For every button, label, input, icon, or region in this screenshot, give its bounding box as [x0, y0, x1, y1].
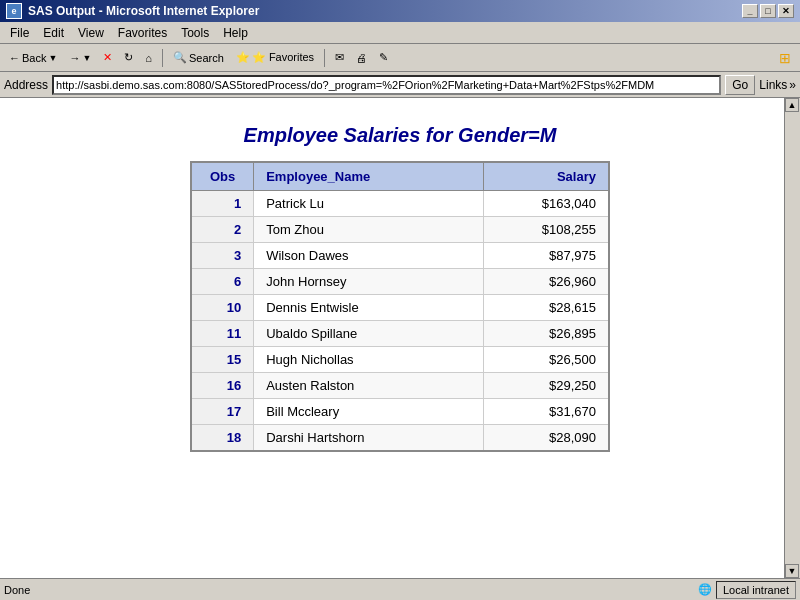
table-row: 1Patrick Lu$163,040 — [191, 191, 609, 217]
search-icon: 🔍 — [173, 51, 187, 64]
separator-2 — [324, 49, 325, 67]
cell-obs: 1 — [191, 191, 254, 217]
cell-salary: $26,960 — [484, 269, 609, 295]
cell-obs: 10 — [191, 295, 254, 321]
home-button[interactable]: ⌂ — [140, 47, 157, 69]
refresh-button[interactable]: ↻ — [119, 47, 138, 69]
menu-bar: File Edit View Favorites Tools Help — [0, 22, 800, 44]
ie-icon: e — [6, 3, 22, 19]
mail-button[interactable]: ✉ — [330, 47, 349, 69]
search-button[interactable]: 🔍 Search — [168, 47, 229, 69]
cell-name: Tom Zhou — [254, 217, 484, 243]
menu-edit[interactable]: Edit — [37, 24, 70, 42]
cell-name: Patrick Lu — [254, 191, 484, 217]
address-input[interactable] — [52, 75, 721, 95]
windows-icon: ⊞ — [779, 50, 791, 66]
maximize-button[interactable]: □ — [760, 4, 776, 18]
cell-obs: 11 — [191, 321, 254, 347]
header-salary: Salary — [484, 162, 609, 191]
cell-salary: $28,615 — [484, 295, 609, 321]
cell-salary: $108,255 — [484, 217, 609, 243]
table-row: 3Wilson Dawes$87,975 — [191, 243, 609, 269]
favorites-button[interactable]: ⭐ ⭐ Favorites — [231, 47, 319, 69]
cell-name: Ubaldo Spillane — [254, 321, 484, 347]
table-row: 18Darshi Hartshorn$28,090 — [191, 425, 609, 452]
scroll-down-button[interactable]: ▼ — [785, 564, 799, 578]
table-row: 10Dennis Entwisle$28,615 — [191, 295, 609, 321]
forward-arrow-icon: → — [69, 52, 80, 64]
cell-salary: $87,975 — [484, 243, 609, 269]
title-bar-left: e SAS Output - Microsoft Internet Explor… — [6, 3, 259, 19]
minimize-button[interactable]: _ — [742, 4, 758, 18]
ie-content: ▲ ▼ Employee Salaries for Gender=M Obs E… — [0, 98, 800, 578]
window-title: SAS Output - Microsoft Internet Explorer — [28, 4, 259, 18]
favorites-star-icon: ⭐ — [236, 51, 250, 64]
edit-button[interactable]: ✎ — [374, 47, 393, 69]
back-arrow-icon: ← — [9, 52, 20, 64]
menu-file[interactable]: File — [4, 24, 35, 42]
scroll-up-button[interactable]: ▲ — [785, 98, 799, 112]
stop-icon: ✕ — [103, 51, 112, 64]
print-button[interactable]: 🖨 — [351, 47, 372, 69]
stop-button[interactable]: ✕ — [98, 47, 117, 69]
status-text: Done — [4, 584, 690, 596]
close-button[interactable]: ✕ — [778, 4, 794, 18]
cell-salary: $26,895 — [484, 321, 609, 347]
cell-salary: $26,500 — [484, 347, 609, 373]
go-button[interactable]: Go — [725, 75, 755, 95]
mail-icon: ✉ — [335, 51, 344, 64]
forward-button[interactable]: → ▼ — [64, 47, 96, 69]
refresh-icon: ↻ — [124, 51, 133, 64]
employee-table: Obs Employee_Name Salary 1Patrick Lu$163… — [190, 161, 610, 452]
links-button[interactable]: Links » — [759, 78, 796, 92]
menu-view[interactable]: View — [72, 24, 110, 42]
links-arrow-icon: » — [789, 78, 796, 92]
status-bar: Done 🌐 Local intranet — [0, 578, 800, 600]
cell-obs: 6 — [191, 269, 254, 295]
cell-salary: $31,670 — [484, 399, 609, 425]
toolbar: ← Back ▼ → ▼ ✕ ↻ ⌂ 🔍 Search ⭐ ⭐ Favorite… — [0, 44, 800, 72]
title-bar: e SAS Output - Microsoft Internet Explor… — [0, 0, 800, 22]
cell-name: Darshi Hartshorn — [254, 425, 484, 452]
table-row: 16Austen Ralston$29,250 — [191, 373, 609, 399]
status-right: 🌐 Local intranet — [698, 581, 796, 599]
search-label: Search — [189, 52, 224, 64]
zone-label: Local intranet — [716, 581, 796, 599]
cell-obs: 16 — [191, 373, 254, 399]
scroll-track — [785, 112, 800, 564]
address-label: Address — [4, 78, 48, 92]
back-button[interactable]: ← Back ▼ — [4, 47, 62, 69]
address-bar: Address Go Links » — [0, 72, 800, 98]
forward-dropdown-icon: ▼ — [82, 53, 91, 63]
table-row: 15Hugh Nichollas$26,500 — [191, 347, 609, 373]
cell-obs: 17 — [191, 399, 254, 425]
cell-name: Hugh Nichollas — [254, 347, 484, 373]
title-bar-buttons[interactable]: _ □ ✕ — [742, 4, 794, 18]
windows-button[interactable]: ⊞ — [774, 47, 796, 69]
cell-name: Austen Ralston — [254, 373, 484, 399]
links-label: Links — [759, 78, 787, 92]
menu-favorites[interactable]: Favorites — [112, 24, 173, 42]
header-obs: Obs — [191, 162, 254, 191]
page-title: Employee Salaries for Gender=M — [10, 124, 790, 147]
menu-help[interactable]: Help — [217, 24, 254, 42]
cell-name: Dennis Entwisle — [254, 295, 484, 321]
back-dropdown-icon: ▼ — [48, 53, 57, 63]
back-label: Back — [22, 52, 46, 64]
table-row: 17Bill Mccleary$31,670 — [191, 399, 609, 425]
print-icon: 🖨 — [356, 52, 367, 64]
cell-name: John Hornsey — [254, 269, 484, 295]
scrollbar[interactable]: ▲ ▼ — [784, 98, 800, 578]
cell-name: Bill Mccleary — [254, 399, 484, 425]
favorites-label: ⭐ Favorites — [252, 51, 314, 64]
cell-obs: 3 — [191, 243, 254, 269]
cell-obs: 2 — [191, 217, 254, 243]
table-wrapper: Obs Employee_Name Salary 1Patrick Lu$163… — [10, 161, 790, 452]
table-row: 2Tom Zhou$108,255 — [191, 217, 609, 243]
table-header-row: Obs Employee_Name Salary — [191, 162, 609, 191]
menu-tools[interactable]: Tools — [175, 24, 215, 42]
table-row: 11Ubaldo Spillane$26,895 — [191, 321, 609, 347]
separator-1 — [162, 49, 163, 67]
cell-name: Wilson Dawes — [254, 243, 484, 269]
home-icon: ⌂ — [145, 52, 152, 64]
